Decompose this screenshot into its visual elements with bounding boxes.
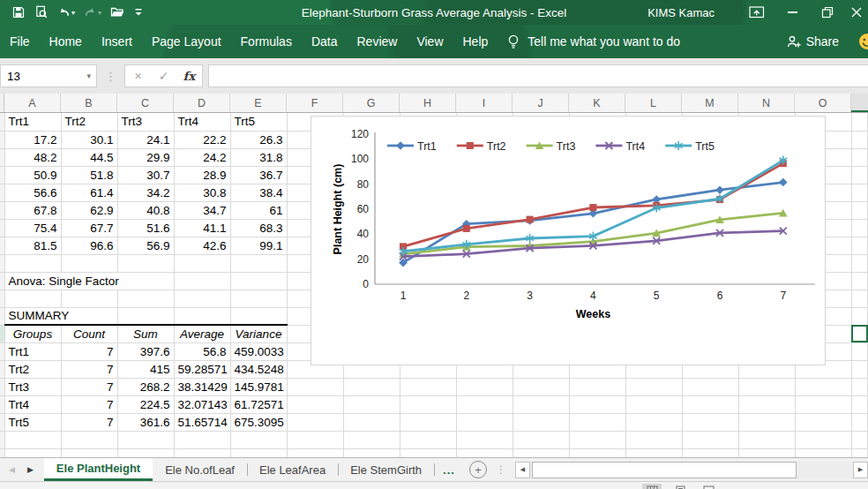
cell[interactable] [851,272,868,290]
cell[interactable]: 41.1 [174,219,230,237]
sheet-nav-left-icon[interactable]: ◀ [9,465,15,474]
redo-button[interactable]: ▾ [81,2,104,23]
cell[interactable] [851,166,868,184]
cell[interactable]: 17.2 [4,131,61,148]
cell[interactable]: 459.0033 [230,342,287,360]
cell[interactable] [738,395,795,413]
cell[interactable]: 415 [117,360,174,378]
sheet-tab-ele-leafarea[interactable]: Ele LeafArea [247,458,338,481]
column-header-O[interactable]: O [795,94,851,112]
cell[interactable] [795,378,851,395]
column-header-M[interactable]: M [682,94,738,112]
cell[interactable] [230,272,287,290]
cell[interactable]: 75.4 [4,219,61,237]
cell[interactable] [117,431,174,448]
cell[interactable] [230,254,287,272]
cell[interactable]: 26.3 [230,131,287,148]
print-preview-button[interactable] [32,2,51,23]
restore-button[interactable] [810,0,845,25]
open-file-button[interactable] [108,2,128,23]
column-header-D[interactable]: D [174,94,230,112]
hscroll-left-icon[interactable]: ◀ [515,462,530,478]
cell[interactable] [287,448,343,457]
cell[interactable] [795,395,851,413]
cell[interactable] [851,413,868,431]
column-header-N[interactable]: N [738,94,795,112]
column-header-K[interactable]: K [569,94,625,112]
close-button[interactable] [845,0,868,25]
cell[interactable] [4,290,61,307]
cell[interactable] [851,448,868,457]
cell[interactable]: Trt3 [117,113,174,131]
cell[interactable]: 31.8 [230,148,287,166]
column-header-J[interactable]: J [513,94,569,112]
cell[interactable]: 51.6 [117,219,174,237]
cell[interactable]: Trt4 [174,113,230,131]
cell[interactable] [343,378,400,395]
cell[interactable]: 50.9 [4,166,61,184]
cell[interactable]: Trt3 [4,378,61,395]
cell[interactable]: 7 [61,413,117,431]
cell[interactable]: 32.07143 [174,395,230,413]
cell[interactable]: 34.2 [117,184,174,201]
cell[interactable]: 40.8 [117,201,174,219]
ribbon-tab-insert[interactable]: Insert [92,25,142,58]
column-header-B[interactable]: B [61,94,117,112]
view-page-layout-button[interactable] [670,484,690,489]
cell[interactable]: 59.28571 [174,360,230,378]
cell[interactable] [4,448,61,457]
cell[interactable] [174,254,230,272]
ribbon-tab-help[interactable]: Help [453,25,498,58]
cell[interactable]: 61 [230,201,287,219]
cell[interactable] [4,254,61,272]
cell[interactable]: Sum [117,325,174,342]
cell[interactable]: 28.9 [174,166,230,184]
feedback-button[interactable] [858,33,868,50]
cell[interactable]: 61.72571 [230,395,287,413]
cell[interactable] [61,431,117,448]
cell[interactable] [117,307,174,325]
sheet-tab-ele-no-ofleaf[interactable]: Ele No.ofLeaf [153,458,247,481]
column-header-C[interactable]: C [117,94,174,112]
cell[interactable] [851,307,868,325]
horizontal-scrollbar[interactable]: ◀ ▶ [515,461,868,478]
cell[interactable]: 56.9 [117,237,174,254]
cell[interactable] [851,148,868,166]
cell[interactable]: Trt1 [4,113,61,131]
ribbon-tab-formulas[interactable]: Formulas [231,25,302,58]
cell[interactable]: 36.7 [230,166,287,184]
cell[interactable] [682,413,738,431]
cell[interactable] [61,290,117,307]
cell[interactable] [851,184,868,201]
cell[interactable] [569,413,625,431]
cell[interactable]: Trt5 [4,413,61,431]
cell[interactable] [230,307,287,325]
cell[interactable] [230,290,287,307]
ribbon-tab-review[interactable]: Review [348,25,408,58]
cell[interactable] [851,342,868,360]
customize-qat-button[interactable] [131,2,146,23]
cell[interactable]: 67.8 [4,201,61,219]
sheet-tab-ele-stemgirth[interactable]: Ele StemGirth [338,458,434,481]
cell[interactable] [625,413,682,431]
cell[interactable] [682,378,738,395]
cell[interactable]: SUMMARY [4,307,117,325]
ribbon-tab-data[interactable]: Data [302,25,348,58]
cell[interactable]: Trt4 [4,395,61,413]
view-normal-button[interactable] [642,484,662,489]
cell[interactable] [287,413,343,431]
add-sheet-button[interactable]: + [469,461,487,478]
cell[interactable]: 99.1 [230,237,287,254]
sheet-tabs-overflow[interactable]: ... [434,458,464,481]
cell[interactable] [795,431,851,448]
hscroll-right-icon[interactable]: ▶ [853,462,868,478]
cell[interactable] [625,431,682,448]
cell[interactable] [174,431,230,448]
cell[interactable] [400,431,456,448]
cell[interactable] [456,431,513,448]
cell[interactable]: 96.6 [61,237,117,254]
cell[interactable]: 62.9 [61,201,117,219]
cell[interactable]: 44.5 [61,148,117,166]
cell[interactable]: Variance [230,325,287,342]
ribbon-tab-view[interactable]: View [407,25,453,58]
